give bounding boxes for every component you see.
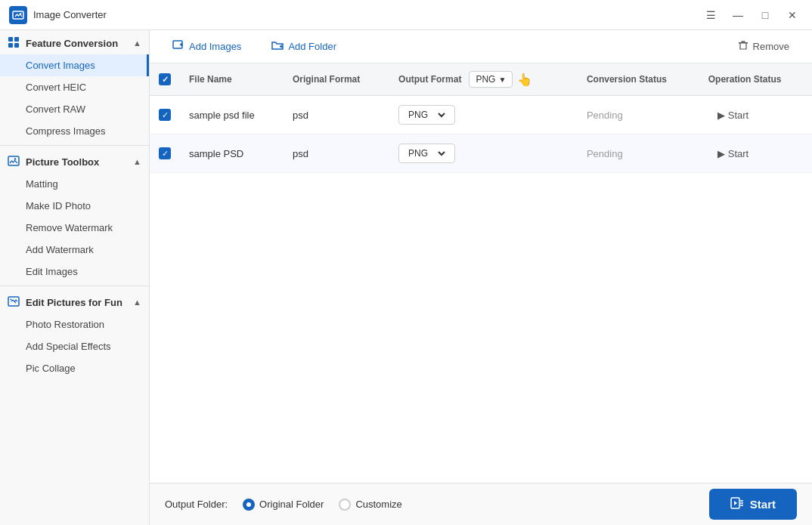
play-icon-2: ▶ <box>717 148 725 159</box>
sidebar-item-compress-images[interactable]: Compress Images <box>0 120 149 142</box>
customize-radio[interactable] <box>339 499 351 511</box>
original-folder-option[interactable]: Original Folder <box>243 499 324 511</box>
row-2-operation-status[interactable]: ▶ Start <box>699 134 812 173</box>
edit-pictures-icon <box>8 295 21 309</box>
file-table: ✓ File Name Original Format Output Forma… <box>150 63 812 173</box>
file-table-container: ✓ File Name Original Format Output Forma… <box>150 63 812 483</box>
operation-status-header: Operation Status <box>699 63 812 96</box>
svg-point-1 <box>20 13 22 14</box>
dropdown-arrow-icon: ▼ <box>498 76 506 84</box>
sidebar-item-add-special-effects[interactable]: Add Special Effects <box>0 335 149 357</box>
sidebar-item-photo-restoration[interactable]: Photo Restoration <box>0 313 149 335</box>
close-button[interactable]: ✕ <box>782 5 803 26</box>
main-layout: Feature Conversion ▲ Convert Images Conv… <box>0 30 812 525</box>
app-title: Image Converter <box>33 9 700 20</box>
table-row: ✓ sample PSD psd PNG JPG BMP WEBP <box>150 134 812 173</box>
file-name-header: File Name <box>180 63 284 96</box>
sidebar-section-picture-toolbox: Picture Toolbox ▲ Matting Make ID Photo … <box>0 149 149 283</box>
table-header: ✓ File Name Original Format Output Forma… <box>150 63 812 96</box>
row-2-checkbox-cell[interactable]: ✓ <box>150 134 180 173</box>
original-folder-radio[interactable] <box>243 499 255 511</box>
add-folder-label: Add Folder <box>288 41 336 52</box>
original-folder-label: Original Folder <box>259 499 324 510</box>
sidebar-item-convert-heic[interactable]: Convert HEIC <box>0 76 149 98</box>
sidebar-group-picture-toolbox-label: Picture Toolbox <box>26 156 99 168</box>
row-2-output-format-select[interactable]: PNG JPG BMP WEBP TIFF <box>398 144 455 163</box>
customize-option[interactable]: Customize <box>339 499 401 511</box>
select-all-header[interactable]: ✓ <box>150 63 180 96</box>
sidebar-section-feature-conversion: Feature Conversion ▲ Convert Images Conv… <box>0 30 149 142</box>
row-2-output-format[interactable]: PNG JPG BMP WEBP TIFF <box>389 134 578 173</box>
sidebar-group-feature-conversion[interactable]: Feature Conversion ▲ <box>0 30 149 54</box>
row-1-output-format-select[interactable]: PNG JPG BMP WEBP TIFF <box>398 105 455 125</box>
row-1-conversion-status: Pending <box>578 96 699 134</box>
svg-point-9 <box>11 299 12 301</box>
svg-rect-3 <box>14 37 19 42</box>
chevron-up-icon-2: ▲ <box>133 157 141 166</box>
maximize-button[interactable]: □ <box>755 5 776 26</box>
row-2-conversion-status: Pending <box>578 134 699 173</box>
minimize-button[interactable]: — <box>727 5 748 26</box>
row-1-checkbox[interactable]: ✓ <box>159 109 171 121</box>
svg-rect-4 <box>8 43 13 48</box>
sidebar-section-edit-pictures: Edit Pictures for Fun ▲ Photo Restoratio… <box>0 289 149 379</box>
picture-toolbox-icon <box>8 155 21 168</box>
add-folder-button[interactable]: Add Folder <box>261 35 347 58</box>
sidebar-item-edit-images[interactable]: Edit Images <box>0 261 149 283</box>
sidebar-group-edit-pictures[interactable]: Edit Pictures for Fun ▲ <box>0 289 149 313</box>
row-1-filename: sample psd file <box>180 96 284 134</box>
row-2-checkbox[interactable]: ✓ <box>159 147 171 159</box>
select-all-checkbox[interactable]: ✓ <box>159 73 171 85</box>
row-1-start-button[interactable]: ▶ Start <box>708 107 758 124</box>
add-images-label: Add Images <box>189 41 241 52</box>
app-icon <box>9 6 27 24</box>
sidebar: Feature Conversion ▲ Convert Images Conv… <box>0 30 150 525</box>
output-format-header: Output Format PNG ▼ 👆 <box>389 63 578 96</box>
svg-point-7 <box>14 158 16 159</box>
remove-label: Remove <box>753 41 789 52</box>
remove-icon <box>738 40 748 53</box>
add-folder-icon <box>271 39 284 54</box>
sidebar-item-matting[interactable]: Matting <box>0 173 149 195</box>
table-body: ✓ sample psd file psd PNG JPG BMP WEBP <box>150 96 812 173</box>
start-main-button[interactable]: Start <box>709 489 797 520</box>
remove-button[interactable]: Remove <box>727 36 800 57</box>
sidebar-item-remove-watermark[interactable]: Remove Watermark <box>0 217 149 239</box>
output-format-global-select[interactable]: PNG ▼ <box>469 71 513 88</box>
start-main-label: Start <box>750 498 776 511</box>
row-1-output-format[interactable]: PNG JPG BMP WEBP TIFF <box>389 96 578 134</box>
output-folder-label: Output Folder: <box>165 499 228 510</box>
row-2-format-dropdown[interactable]: PNG JPG BMP WEBP TIFF <box>405 147 448 159</box>
feature-conversion-icon <box>8 36 21 50</box>
add-images-button[interactable]: Add Images <box>162 35 252 58</box>
sidebar-item-add-watermark[interactable]: Add Watermark <box>0 239 149 261</box>
svg-rect-6 <box>8 156 19 165</box>
content-area: Add Images Add Folder <box>150 30 812 525</box>
sidebar-group-picture-toolbox[interactable]: Picture Toolbox ▲ <box>0 149 149 173</box>
row-2-filename: sample PSD <box>180 134 284 173</box>
row-1-original-format: psd <box>284 96 389 134</box>
chevron-up-icon: ▲ <box>133 39 141 48</box>
menu-button[interactable]: ☰ <box>700 5 721 26</box>
row-2-start-button[interactable]: ▶ Start <box>708 145 758 162</box>
chevron-up-icon-3: ▲ <box>133 298 141 307</box>
original-format-header: Original Format <box>284 63 389 96</box>
row-1-checkbox-cell[interactable]: ✓ <box>150 96 180 134</box>
conversion-status-header: Conversion Status <box>578 63 699 96</box>
sidebar-group-edit-pictures-label: Edit Pictures for Fun <box>26 297 122 308</box>
sidebar-item-convert-images[interactable]: Convert Images <box>0 54 149 76</box>
table-row: ✓ sample psd file psd PNG JPG BMP WEBP <box>150 96 812 134</box>
cursor-indicator: 👆 <box>517 73 532 87</box>
bottom-bar: Output Folder: Original Folder Customize <box>150 483 812 525</box>
row-1-operation-status[interactable]: ▶ Start <box>699 96 812 134</box>
add-images-icon <box>172 39 184 54</box>
row-1-format-dropdown[interactable]: PNG JPG BMP WEBP TIFF <box>405 109 448 121</box>
titlebar: Image Converter ☰ — □ ✕ <box>0 0 812 30</box>
sidebar-item-pic-collage[interactable]: Pic Collage <box>0 357 149 379</box>
sidebar-divider-1 <box>0 145 149 146</box>
svg-rect-2 <box>8 37 13 42</box>
start-main-icon <box>730 496 744 512</box>
sidebar-item-convert-raw[interactable]: Convert RAW <box>0 98 149 120</box>
svg-rect-5 <box>14 43 19 48</box>
sidebar-item-make-id-photo[interactable]: Make ID Photo <box>0 195 149 217</box>
